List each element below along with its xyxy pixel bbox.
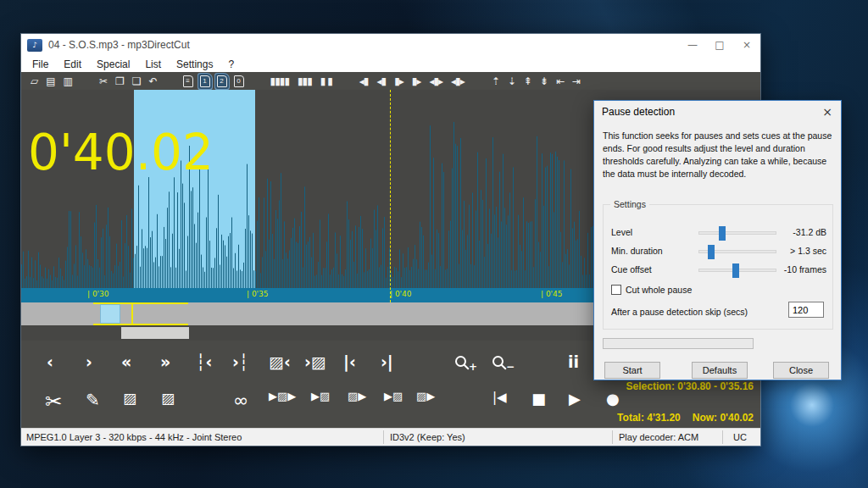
level-slider-thumb[interactable] <box>719 226 726 241</box>
scrollbar-thumb[interactable] <box>121 327 189 339</box>
slider-row-cue-offset: Cue offset-10 frames <box>604 263 832 278</box>
cue-some-icon[interactable]: ▮▮▮ <box>298 75 312 87</box>
cue-next-icon[interactable]: ⇟ <box>540 75 548 87</box>
fast-forward-icon[interactable]: » <box>160 352 170 371</box>
sel-end-right-icon[interactable]: ▮▸ <box>412 75 421 87</box>
analysis-progress-bar <box>603 338 754 349</box>
defaults-button[interactable]: Defaults <box>692 362 748 379</box>
split-left-icon[interactable]: ⇤ <box>556 75 564 87</box>
zoom-in-icon-sign: + <box>469 361 477 373</box>
id3-info: ID3v2 (Keep: Yes) <box>390 432 465 442</box>
menu-special[interactable]: Special <box>89 58 137 70</box>
play-skip-play-icon[interactable]: ▶▨▶ <box>269 390 296 402</box>
zoom-out-icon-sign: − <box>506 361 515 373</box>
cue-offset-label: Cue offset <box>611 264 652 274</box>
cue-down-icon[interactable]: ⇣ <box>508 75 515 87</box>
sel-both-out-icon[interactable]: ◂▮▸ <box>451 75 465 87</box>
maximize-button[interactable]: □ <box>706 34 733 56</box>
selection-info: Selection: 0'30.80 - 0'35.16 <box>626 380 754 392</box>
cut-selection-icon[interactable]: ✂ <box>45 390 62 413</box>
menu-list[interactable]: List <box>137 58 169 70</box>
pause-step-icon[interactable]: ii <box>568 352 579 371</box>
preplay-icon[interactable]: ▶▨ <box>384 390 403 402</box>
statusbar-separator-2 <box>722 430 723 444</box>
open-file-icon[interactable]: ▱ <box>31 75 37 87</box>
menu-edit[interactable]: Edit <box>56 58 89 70</box>
level-label: Level <box>611 227 632 237</box>
dialog-title: Pause detection <box>602 106 675 118</box>
file-info-icon[interactable]: ≡ <box>183 75 193 87</box>
fade-out-icon[interactable]: ▨ <box>161 390 175 407</box>
cue-up-icon[interactable]: ⇡ <box>492 75 499 87</box>
save-icon[interactable]: ▤ <box>46 75 54 87</box>
slider-row-min-duration: Min. duration> 1.3 sec <box>604 244 832 259</box>
minimize-button[interactable]: — <box>679 34 706 56</box>
cue-pair-icon[interactable]: ▮ ▮ <box>320 75 332 87</box>
total-now-info: Total: 4'31.20Now: 0'40.02 <box>617 412 754 424</box>
level-value: -31.2 dB <box>763 227 826 237</box>
menu-help[interactable]: ? <box>220 58 242 70</box>
cut-icon[interactable]: ✂ <box>99 75 107 87</box>
sel-start-left-icon[interactable]: ◂▮ <box>359 75 369 87</box>
statusbar-separator-1 <box>612 430 613 444</box>
layer-1-icon[interactable]: 1 <box>200 75 210 87</box>
cut-whole-pause-checkbox[interactable] <box>611 285 621 295</box>
zoom-out-icon[interactable]: − <box>492 356 504 367</box>
stop-icon[interactable]: ■ <box>531 390 546 408</box>
desktop-background: ♪ 04 - S.O.S.mp3 - mp3DirectCut —□× File… <box>0 0 868 488</box>
overview-selection <box>100 304 120 324</box>
menu-file[interactable]: File <box>25 58 56 70</box>
loop-icon[interactable]: ∞ <box>233 390 248 411</box>
sel-end-icon[interactable]: ›▨ <box>304 352 326 371</box>
playback-cursor[interactable] <box>390 90 391 302</box>
goto-start-icon[interactable]: |‹ <box>343 352 356 371</box>
dialog-description: This function seeks for pauses and sets … <box>603 130 835 180</box>
zoom-in-icon[interactable]: + <box>455 356 466 367</box>
dialog-titlebar[interactable]: Pause detection × <box>594 101 841 123</box>
jump-next-cue-icon[interactable]: ›┆ <box>232 352 248 371</box>
sel-both-in-icon[interactable]: ◂▮▸ <box>429 75 442 87</box>
goto-end-icon[interactable]: ›| <box>381 352 393 371</box>
edit-icon[interactable]: ✎ <box>86 390 100 410</box>
menu-settings[interactable]: Settings <box>169 58 220 70</box>
slider-row-level: Level-31.2 dB <box>604 225 832 241</box>
step-forward-icon[interactable]: › <box>86 352 92 371</box>
close-button[interactable]: × <box>733 34 760 56</box>
cue-offset-slider-thumb[interactable] <box>732 263 739 278</box>
uc-info: UC <box>733 432 747 442</box>
split-right-icon[interactable]: ⇥ <box>572 75 580 87</box>
sel-start-right-icon[interactable]: ◂▮ <box>376 75 386 87</box>
min-duration-slider-thumb[interactable] <box>708 245 715 259</box>
undo-icon[interactable]: ↶ <box>149 75 157 87</box>
ruler-tick-0m30: | 0'30 <box>87 290 109 298</box>
ruler-tick-0m35: | 0'35 <box>247 290 269 298</box>
layer-2-icon[interactable]: 2 <box>217 75 227 87</box>
fast-back-icon[interactable]: « <box>121 352 131 371</box>
sel-begin-icon[interactable]: ▨‹ <box>269 352 291 371</box>
jump-prev-cue-icon[interactable]: ┆‹ <box>196 352 212 371</box>
sel-end-left-icon[interactable]: ▮▸ <box>394 75 403 87</box>
skip-seconds-label: After a pause detection skip (secs) <box>611 307 748 317</box>
postplay-icon[interactable]: ▨▶ <box>416 390 435 402</box>
play-icon[interactable]: ▶ <box>569 390 581 408</box>
start-button[interactable]: Start <box>604 362 660 379</box>
paste-icon[interactable]: ❏ <box>132 75 141 87</box>
step-back-icon[interactable]: ‹ <box>47 352 53 371</box>
fade-in-icon[interactable]: ▨ <box>123 390 136 407</box>
titlebar[interactable]: ♪ 04 - S.O.S.mp3 - mp3DirectCut —□× <box>21 34 760 56</box>
copy-icon[interactable]: ❐ <box>115 75 124 87</box>
dialog-close-icon[interactable]: × <box>814 101 841 123</box>
play-from-sel-icon[interactable]: ▨▶ <box>348 390 366 402</box>
layer-0-icon[interactable]: 0 <box>234 75 244 87</box>
close-dialog-button[interactable]: Close <box>773 362 829 379</box>
cue-prev-icon[interactable]: ⇞ <box>524 75 531 87</box>
cue-all-icon[interactable]: ▮▮▮▮ <box>270 75 289 87</box>
pause-detection-dialog: Pause detection × This function seeks fo… <box>593 100 842 380</box>
toolbar: ▱▤▥✂❐❏↶≡120▮▮▮▮▮▮▮▮ ▮◂▮◂▮▮▸▮▸◂▮▸◂▮▸⇡⇣⇞⇟⇤… <box>21 72 760 90</box>
min-duration-value: > 1.3 sec <box>763 246 826 256</box>
save-as-icon[interactable]: ▥ <box>64 75 72 87</box>
record-icon[interactable]: ● <box>606 390 620 408</box>
skip-to-start-icon[interactable]: |◀ <box>492 390 507 405</box>
skip-seconds-input[interactable] <box>788 302 824 318</box>
play-to-sel-icon[interactable]: ▶▨ <box>311 390 330 402</box>
